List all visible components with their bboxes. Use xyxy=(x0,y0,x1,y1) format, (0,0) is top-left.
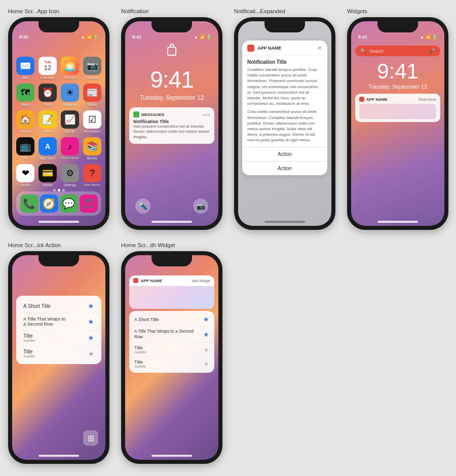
qa-item3-text: Title Subtitle xyxy=(23,333,88,342)
qa-subtitle-4: Subtitle xyxy=(23,354,88,358)
phone-notif-expanded: APP NAME ✕ Notification Title Curabitur … xyxy=(234,17,335,230)
cell-notification: Notification 9:41 ▲ 📶 🔋 xyxy=(121,8,230,230)
lock-time: 9:41 xyxy=(125,66,218,93)
hw-add-widget-btn[interactable]: Add Widget xyxy=(192,279,210,283)
hw-star-2: ★ xyxy=(203,331,209,338)
notif-action2-btn[interactable]: Action xyxy=(242,161,327,175)
qa-star-2: ★ xyxy=(88,318,94,326)
hw-widget-top-header: APP NAME Add Widget xyxy=(129,275,214,286)
lock-icon xyxy=(167,47,176,56)
hw-item-1[interactable]: A Short Title ★ xyxy=(131,313,212,326)
dock-messages[interactable]: 💬 xyxy=(60,194,78,213)
notif-expanded-card: APP NAME ✕ Notification Title Curabitur … xyxy=(242,41,327,175)
hw-item-title-1: A Short Title xyxy=(134,317,203,322)
app-settings[interactable]: ⚙ Settings xyxy=(61,164,79,187)
qa-content: A Short Title ★ A Title That Wraps toa S… xyxy=(12,255,105,460)
notif-exp-icon xyxy=(247,45,254,52)
app-wallet[interactable]: 💳 Wallet xyxy=(39,164,57,187)
search-icon-widgets: 🔍 xyxy=(360,48,366,54)
phone-homescreen: 9:41 ▲ 📶 🔋 ✉️ Mail xyxy=(8,17,109,230)
hw-widget-list: A Short Title ★ A Title That Wraps to a … xyxy=(129,311,214,373)
signal-lock-icon: ▲ xyxy=(194,35,198,39)
widget-card-icon xyxy=(359,97,364,102)
hw-item-sub-3: Subtitle xyxy=(134,350,204,354)
status-icons-widgets: ▲ 📶 🔋 xyxy=(420,35,437,39)
hw-widget-top: APP NAME Add Widget xyxy=(129,275,214,309)
app-mail[interactable]: ✉️ Mail xyxy=(16,57,34,80)
app-home[interactable]: 🏠 Home xyxy=(16,110,34,133)
app-health[interactable]: ❤ Health xyxy=(16,164,34,187)
app-stocks[interactable]: 📈 Stocks xyxy=(61,110,79,133)
dock-safari[interactable]: 🧭 xyxy=(40,194,58,213)
battery-lock-icon: 🔋 xyxy=(206,35,211,39)
app-calendar[interactable]: TUE 12 Calendar xyxy=(39,57,57,80)
qa-item-4[interactable]: Title Subtitle ★ xyxy=(19,346,98,361)
widget-card-header: APP NAME Show More xyxy=(359,97,436,102)
app-camera[interactable]: 📷 Camera xyxy=(83,57,101,80)
qa-item-1[interactable]: A Short Title ★ xyxy=(19,299,98,313)
signal-icon: ▲ xyxy=(81,35,85,39)
cell-home-widget: Home Scr...ith Widget APP NAME Add Widge… xyxy=(121,242,230,464)
cell-widgets: Widgets 9:41 ▲ 📶 🔋 xyxy=(347,8,456,230)
widgets-search-bar[interactable]: 🔍 Search 🎤 xyxy=(355,46,440,56)
cell-quick-action: Home Scr...ick Action A Short Title ★ A … xyxy=(8,242,117,464)
screen-quick-action: A Short Title ★ A Title That Wraps toa S… xyxy=(12,255,105,460)
widget-app-name: APP NAME xyxy=(366,97,416,102)
widgets-content: 9:41 ▲ 📶 🔋 🔍 Search 🎤 9 xyxy=(351,21,444,226)
notif-action1-btn[interactable]: Action xyxy=(242,147,327,161)
lock-flashlight-icon[interactable]: 🔦 xyxy=(135,199,150,214)
notif-body: Sed posuere consectetur est at lobortis.… xyxy=(133,124,210,140)
app-clock[interactable]: ⏰ Clock xyxy=(39,84,57,106)
notif-exp-body: Notification Title Curabitur blandit tem… xyxy=(242,55,327,147)
screen-homescreen: 9:41 ▲ 📶 🔋 ✉️ Mail xyxy=(12,21,105,226)
hw-star-1: ★ xyxy=(203,315,209,323)
notif-app-icon xyxy=(133,111,139,117)
app-grid: ✉️ Mail TUE 12 Calendar xyxy=(12,42,105,191)
app-news[interactable]: 📰 News xyxy=(83,84,101,106)
hw-item-2[interactable]: A Title That Wraps to a Second Row ★ xyxy=(131,326,212,343)
main-container: Home Scr...App Icon 9:41 ▲ 📶 🔋 xyxy=(8,8,448,464)
app-appstore[interactable]: A App Store xyxy=(39,137,57,160)
qa-item-2[interactable]: A Title That Wraps toa Second Row ★ xyxy=(19,313,98,330)
app-maps[interactable]: 🗺 Maps xyxy=(16,84,34,106)
app-appname[interactable]: ? [App Name] xyxy=(83,164,101,187)
lock-bottom-icons: 🔦 📷 xyxy=(125,199,218,214)
wifi-lock-icon: 📶 xyxy=(200,35,205,39)
qa-title-2: A Title That Wraps toa Second Row xyxy=(23,316,88,327)
app-itunes[interactable]: ♪ iTunes Store xyxy=(61,137,79,160)
notch-qa xyxy=(39,255,79,266)
app-reminders[interactable]: ☑ Reminders xyxy=(83,110,101,133)
qa-star-4: ★ xyxy=(88,350,94,358)
notification-banner[interactable]: MESSAGES now Notification Title Sed posu… xyxy=(129,107,214,144)
widget-show-more[interactable]: Show More xyxy=(419,98,436,101)
dock-phone[interactable]: 📞 xyxy=(20,194,39,213)
notif-exp-appname: APP NAME xyxy=(257,46,317,51)
notif-title: Notification Title xyxy=(133,119,210,124)
hw-item-3[interactable]: Title Subtitle ★ xyxy=(131,343,212,357)
app-tv[interactable]: 📺 TV xyxy=(16,137,34,160)
cell-homescreen: Home Scr...App Icon 9:41 ▲ 📶 🔋 xyxy=(8,8,117,230)
label-notification: Notification xyxy=(121,8,148,14)
screen-notification: 9:41 ▲ 📶 🔋 9:41 xyxy=(125,21,218,226)
lock-camera-icon[interactable]: 📷 xyxy=(193,199,208,214)
app-photos[interactable]: 🌅 Photos xyxy=(61,57,79,80)
home-indicator-1 xyxy=(39,221,79,223)
hw-icon xyxy=(133,278,138,283)
app-ibooks[interactable]: 📚 iBooks xyxy=(83,137,101,160)
notch-hw xyxy=(151,255,192,266)
dock-music[interactable]: 🎵 xyxy=(80,194,98,213)
hw-item-4[interactable]: Title Subtitle ★ xyxy=(131,357,212,371)
phone-quick-action: A Short Title ★ A Title That Wraps toa S… xyxy=(8,251,109,464)
hw-item-sub-4: Subtitle xyxy=(134,365,204,368)
phone-widgets: 9:41 ▲ 📶 🔋 🔍 Search 🎤 9 xyxy=(347,17,448,230)
notif-time: now xyxy=(203,112,210,117)
lock-icon-area xyxy=(125,47,218,56)
phone-home-widget: APP NAME Add Widget A Short Title ★ xyxy=(121,251,222,464)
lockscreen-content: 9:41 ▲ 📶 🔋 9:41 xyxy=(125,21,218,226)
qa-item-3[interactable]: Title Subtitle ★ xyxy=(19,330,98,346)
app-notes[interactable]: 📝 Notes xyxy=(39,110,57,133)
notif-exp-close-btn[interactable]: ✕ xyxy=(317,45,322,52)
widget-card: APP NAME Show More xyxy=(355,94,440,122)
app-weather[interactable]: ☀ Weather xyxy=(61,84,79,106)
notch-widgets xyxy=(377,21,418,32)
